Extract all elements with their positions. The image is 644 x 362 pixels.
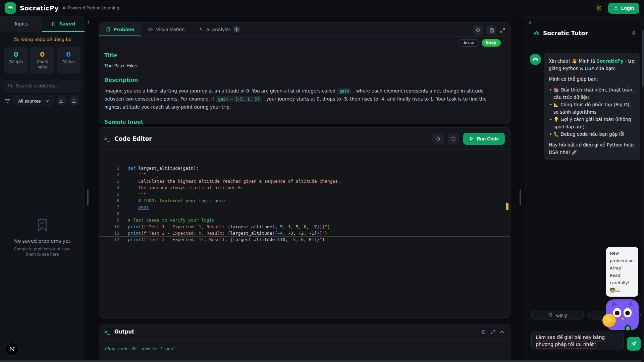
code-line-3[interactable]: 3 Calculates the highest altitude reache…: [99, 178, 510, 184]
code-editor-panel: >_ Code Editor Run Code 1def largest_alt…: [99, 127, 511, 318]
tutor-panel: Socratic Tutor Xin chào! 👋 Mình là Socra…: [526, 16, 641, 362]
tutor-avatar: [530, 54, 541, 65]
code-line-12[interactable]: 12print(f"Test 3 - Expected: 11, Result:…: [99, 236, 510, 243]
problem-doc-icon: ?: [106, 27, 111, 32]
line-number: 11: [99, 230, 128, 236]
code-line-2[interactable]: 2 """: [99, 171, 510, 178]
chat-input[interactable]: Làm sao để giải bài này bằng phương pháp…: [531, 331, 624, 350]
export-button[interactable]: [69, 96, 79, 106]
inline-code-gain: gain: [337, 88, 352, 94]
line-number: 8: [99, 210, 128, 217]
top-bar: SocraticPy AI-Powered Python Learning Lo…: [0, 0, 644, 16]
sync-warning: Đăng nhập để đồng bộ: [0, 37, 85, 42]
copy-output-icon[interactable]: [481, 329, 486, 335]
chat-input-text: Làm sao để giải bài này bằng phương pháp…: [536, 335, 605, 347]
stat-solved-label: Đã giải: [5, 60, 26, 65]
code-line-6[interactable]: 6 # TODO: Implement your logic here: [99, 197, 510, 204]
code-line-1[interactable]: 1def largest_altitude(gain):: [99, 165, 510, 171]
reset-code-button[interactable]: [448, 133, 459, 144]
terminal-prompt-icon: >_: [104, 136, 110, 142]
stats-row: 0 Đã giải 0 Chuỗi ngày 0 Đã lưu: [0, 42, 85, 75]
sidebar-tab-saved[interactable]: Saved: [42, 16, 85, 32]
line-number: 1: [99, 165, 128, 171]
code-line-4[interactable]: 4 The journey always starts at altitude …: [99, 184, 510, 191]
app-title: SocraticPy: [20, 4, 59, 12]
hint-button[interactable]: Gợi ý: [531, 311, 584, 319]
line-number: 4: [99, 184, 128, 191]
stat-card-saved: 0 Đã lưu: [57, 47, 80, 74]
brain-icon: [475, 27, 481, 33]
left-sidebar: Topics Saved Đăng nhập để đồng bộ 0 Đã g…: [0, 16, 85, 362]
output-title: Output: [114, 329, 134, 335]
left-resize-handle[interactable]: [87, 189, 89, 205]
expand-panel-icon[interactable]: [500, 27, 505, 33]
trash-icon[interactable]: [631, 31, 637, 36]
ai-analysis-count-badge: 1: [233, 26, 240, 33]
tutor-title: Socratic Tutor: [543, 30, 588, 37]
collapse-sidebar-chevron-left-icon[interactable]: [86, 19, 91, 25]
help-item-debug: 🐛 Debug code nếu bạn gặp lỗi: [549, 130, 635, 138]
vertical-scrollbar-thumb[interactable]: [642, 30, 644, 87]
empty-subtitle: Complete problems and save them to see h…: [10, 246, 74, 257]
collapse-output-chevron-up-icon[interactable]: [499, 329, 505, 335]
search-icon: [7, 83, 13, 88]
copy-code-button[interactable]: [432, 133, 444, 144]
stat-streak-label: Chuỗi ngày: [32, 60, 53, 70]
tab-problem[interactable]: ? Problem: [99, 22, 141, 36]
import-button[interactable]: [56, 96, 66, 106]
app-root: SocraticPy AI-Powered Python Learning Lo…: [0, 0, 644, 362]
expand-output-icon[interactable]: [490, 329, 495, 335]
source-filter-select[interactable]: All sources: [13, 96, 54, 106]
reset-icon: [451, 136, 456, 141]
tutor-outro: Hãy hỏi bất cứ điều gì về Python hoặc DS…: [549, 141, 635, 156]
stat-saved-value: 0: [58, 50, 79, 58]
code-editor-area[interactable]: 1def largest_altitude(gain):2 """3 Calcu…: [99, 150, 510, 317]
vertical-scrollbar[interactable]: [641, 16, 644, 362]
login-button[interactable]: Login: [608, 3, 639, 14]
code-line-10[interactable]: 10print(f"Test 1 - Expected: 1, Result: …: [99, 224, 510, 230]
run-code-button[interactable]: Run Code: [463, 133, 505, 145]
title-heading: Title: [104, 53, 504, 59]
play-icon: [469, 136, 474, 141]
category-badge: Array: [459, 39, 479, 47]
tutor-help-intro: Mình có thể giúp bạn:: [549, 75, 635, 83]
line-number: 10: [99, 224, 128, 230]
help-item-complexity: 📐 Công thức độ phức tạp (Big O), so sánh…: [549, 101, 635, 116]
send-button[interactable]: [627, 337, 641, 351]
tab-visualization[interactable]: Visualization: [141, 22, 191, 36]
copy-icon: [435, 136, 440, 141]
search-input[interactable]: [4, 80, 80, 92]
right-resize-handle[interactable]: [520, 189, 521, 205]
output-panel: >_ Output Chạy code để xem kết quả...: [99, 324, 511, 362]
code-line-7[interactable]: 7 pass: [99, 204, 510, 210]
saved-tab-label: Saved: [59, 21, 75, 26]
code-line-5[interactable]: 5 """: [99, 191, 510, 197]
description-heading: Description: [104, 77, 504, 83]
tab-ai-analysis-label: AI Analysis: [206, 27, 231, 32]
problem-description: Imagine you are a hiker starting your jo…: [104, 87, 503, 111]
code-line-8[interactable]: 8: [99, 210, 510, 217]
filter-funnel-icon: [5, 98, 10, 104]
help-item-hints: 💡 Gợi ý cách giải bài toán (không spoil …: [549, 116, 635, 130]
idea-ball-icon[interactable]: [602, 314, 616, 327]
tab-visualization-label: Visualization: [156, 27, 184, 32]
tab-ai-analysis[interactable]: AI Analysis 1: [192, 22, 247, 36]
dev-overlay-badge[interactable]: N: [6, 343, 19, 356]
cloud-off-icon: [13, 37, 19, 42]
app-logo-graduation-cap-icon: [5, 2, 16, 14]
bookmark-icon: [51, 21, 56, 26]
line-number: 6: [99, 197, 128, 204]
new-problem-toast[interactable]: New problem on Array! Read carefully! 🧑‍…: [606, 247, 638, 297]
sidebar-tab-topics[interactable]: Topics: [0, 16, 42, 32]
code-line-11[interactable]: 11print(f"Test 2 - Expected: 0, Result: …: [99, 230, 510, 236]
line-number: 7: [99, 204, 128, 210]
brain-button[interactable]: [473, 25, 483, 35]
help-item-concepts: 📚 Giải thích khái niệm, thuật toán, cấu …: [549, 86, 635, 101]
horizontal-scrollbar[interactable]: [0, 360, 641, 362]
collapse-chat-chevron-right-icon[interactable]: [528, 20, 533, 25]
tutor-help-list: 📚 Giải thích khái niệm, thuật toán, cấu …: [549, 86, 635, 138]
source-filter-value: All sources: [18, 99, 41, 104]
save-problem-button[interactable]: [486, 25, 496, 35]
code-line-9[interactable]: 9# Test cases to verify your logic: [99, 217, 510, 223]
theme-toggle-sun-icon[interactable]: [595, 5, 602, 11]
